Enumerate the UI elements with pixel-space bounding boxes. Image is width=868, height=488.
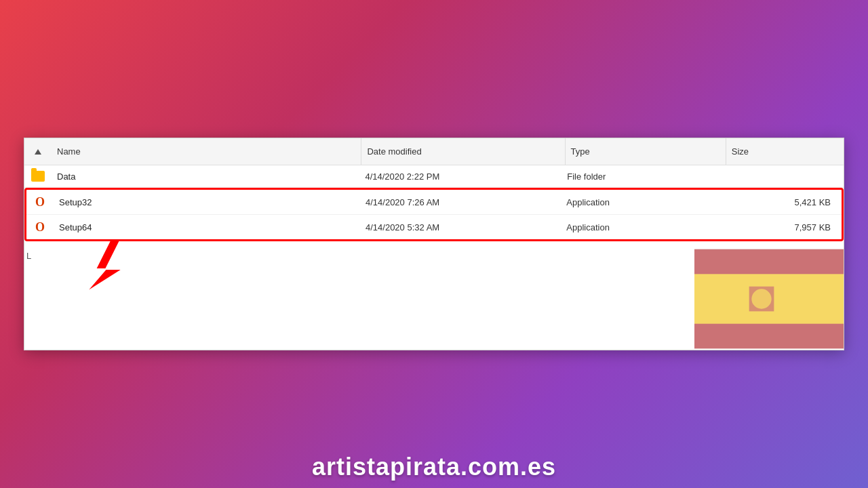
svg-marker-5 — [85, 241, 123, 293]
file-date-setup64: 4/14/2020 5:32 AM — [360, 217, 561, 238]
table-row[interactable]: O Setup32 4/14/2020 7:26 AM Application … — [26, 190, 842, 215]
file-list: Data 4/14/2020 2:22 PM File folder O Set… — [24, 165, 844, 241]
table-row[interactable]: O Setup64 4/14/2020 5:32 AM Application … — [26, 215, 842, 239]
watermark-text: artistapirata.com.es — [0, 453, 868, 481]
file-name-setup32: Setup32 — [54, 192, 360, 213]
table-row[interactable]: Data 4/14/2020 2:22 PM File folder — [24, 165, 844, 188]
file-name-data: Data — [52, 166, 359, 187]
spain-flag-icon — [694, 248, 844, 350]
highlighted-rows-wrapper: O Setup32 4/14/2020 7:26 AM Application … — [24, 188, 844, 241]
column-header-size[interactable]: Size — [726, 138, 844, 165]
left-sidebar-text: L — [24, 248, 33, 264]
file-date-setup32: 4/14/2020 7:26 AM — [360, 192, 561, 213]
file-name-setup64: Setup64 — [54, 217, 360, 238]
column-header-date[interactable]: Date modified — [361, 138, 565, 165]
file-type-setup64: Application — [561, 217, 719, 238]
file-size-data — [721, 171, 844, 182]
folder-icon — [24, 165, 52, 187]
office-icon-setup32: O — [26, 190, 54, 214]
svg-point-4 — [751, 289, 771, 308]
file-explorer-window: Name Date modified Type Size Data 4/14/2… — [24, 138, 844, 350]
file-type-setup32: Application — [561, 192, 719, 213]
sort-icon[interactable] — [24, 141, 52, 163]
file-type-data: File folder — [561, 166, 721, 187]
file-size-setup32: 5,421 KB — [719, 192, 842, 213]
cursor-arrow — [85, 241, 136, 296]
file-size-setup64: 7,957 KB — [719, 217, 842, 238]
svg-marker-0 — [35, 149, 41, 155]
explorer-bottom-area: L — [24, 241, 844, 350]
column-header-name[interactable]: Name — [52, 138, 361, 165]
explorer-header: Name Date modified Type Size — [24, 138, 844, 165]
file-date-data: 4/14/2020 2:22 PM — [359, 166, 561, 187]
column-header-type[interactable]: Type — [566, 138, 726, 165]
office-icon-setup64: O — [26, 215, 54, 239]
